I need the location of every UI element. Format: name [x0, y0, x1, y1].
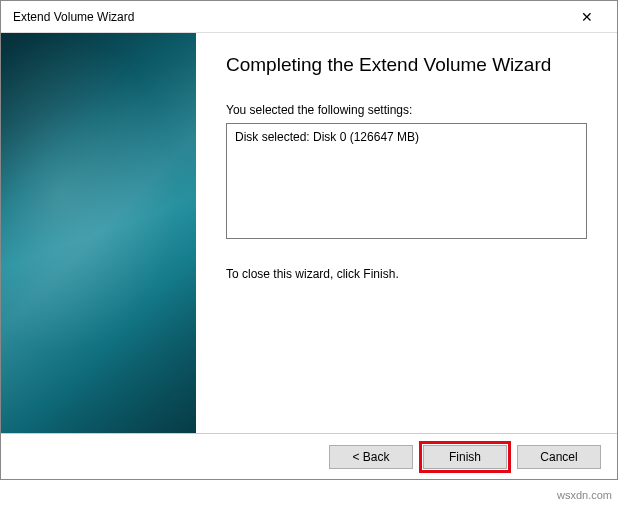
close-icon: ✕	[581, 9, 593, 25]
finish-button[interactable]: Finish	[423, 445, 507, 469]
cancel-button[interactable]: Cancel	[517, 445, 601, 469]
wizard-content: Completing the Extend Volume Wizard You …	[196, 33, 617, 433]
titlebar: Extend Volume Wizard ✕	[1, 1, 617, 33]
dialog-body: Completing the Extend Volume Wizard You …	[1, 33, 617, 433]
close-button[interactable]: ✕	[565, 2, 609, 32]
page-heading: Completing the Extend Volume Wizard	[226, 53, 566, 77]
wizard-side-graphic	[1, 33, 196, 433]
extend-volume-wizard-dialog: Extend Volume Wizard ✕ Completing the Ex…	[0, 0, 618, 480]
settings-label: You selected the following settings:	[226, 103, 587, 117]
settings-summary-box[interactable]: Disk selected: Disk 0 (126647 MB)	[226, 123, 587, 239]
settings-summary-line: Disk selected: Disk 0 (126647 MB)	[235, 130, 578, 144]
back-button[interactable]: < Back	[329, 445, 413, 469]
window-title: Extend Volume Wizard	[13, 10, 565, 24]
close-instruction: To close this wizard, click Finish.	[226, 267, 587, 281]
watermark: wsxdn.com	[557, 489, 612, 501]
button-row: < Back Finish Cancel	[1, 433, 617, 479]
